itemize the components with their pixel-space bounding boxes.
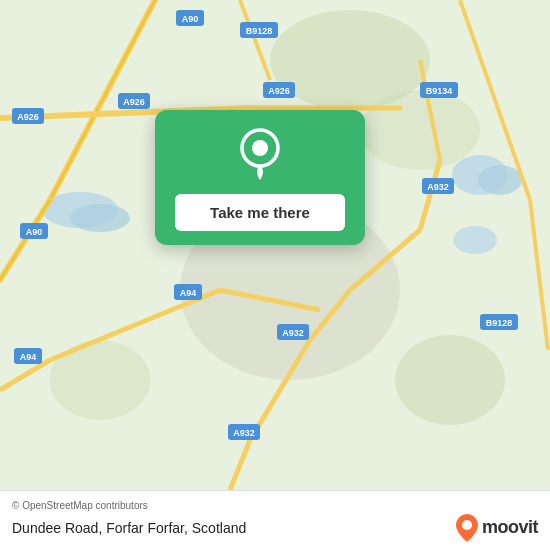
svg-text:A926: A926 (268, 86, 290, 96)
svg-point-57 (462, 520, 472, 530)
osm-attribution: © OpenStreetMap contributors (12, 500, 538, 511)
svg-text:A94: A94 (20, 352, 37, 362)
svg-point-2 (70, 204, 130, 232)
svg-text:B9134: B9134 (426, 86, 453, 96)
svg-text:B9128: B9128 (486, 318, 513, 328)
moovit-logo: moovit (456, 514, 538, 542)
svg-point-9 (395, 335, 505, 425)
location-pin-icon (234, 128, 286, 180)
map-svg: A90 B9128 A926 A926 A926 B9134 A932 A90 … (0, 0, 550, 490)
popup-card: Take me there (155, 110, 365, 245)
moovit-brand-text: moovit (482, 517, 538, 538)
svg-point-56 (252, 140, 268, 156)
svg-text:A94: A94 (180, 288, 197, 298)
location-label: Dundee Road, Forfar Forfar, Scotland (12, 520, 246, 536)
svg-point-8 (360, 90, 480, 170)
svg-text:A90: A90 (182, 14, 199, 24)
svg-text:A932: A932 (427, 182, 449, 192)
bottom-bar: © OpenStreetMap contributors Dundee Road… (0, 490, 550, 550)
svg-text:A932: A932 (233, 428, 255, 438)
svg-point-5 (453, 226, 497, 254)
svg-text:A926: A926 (123, 97, 145, 107)
svg-point-4 (478, 165, 522, 195)
location-row: Dundee Road, Forfar Forfar, Scotland moo… (12, 514, 538, 542)
svg-text:B9128: B9128 (246, 26, 273, 36)
svg-text:A90: A90 (26, 227, 43, 237)
svg-text:A926: A926 (17, 112, 39, 122)
map-container: A90 B9128 A926 A926 A926 B9134 A932 A90 … (0, 0, 550, 490)
moovit-pin-icon (456, 514, 478, 542)
svg-text:A932: A932 (282, 328, 304, 338)
take-me-there-button[interactable]: Take me there (175, 194, 345, 231)
